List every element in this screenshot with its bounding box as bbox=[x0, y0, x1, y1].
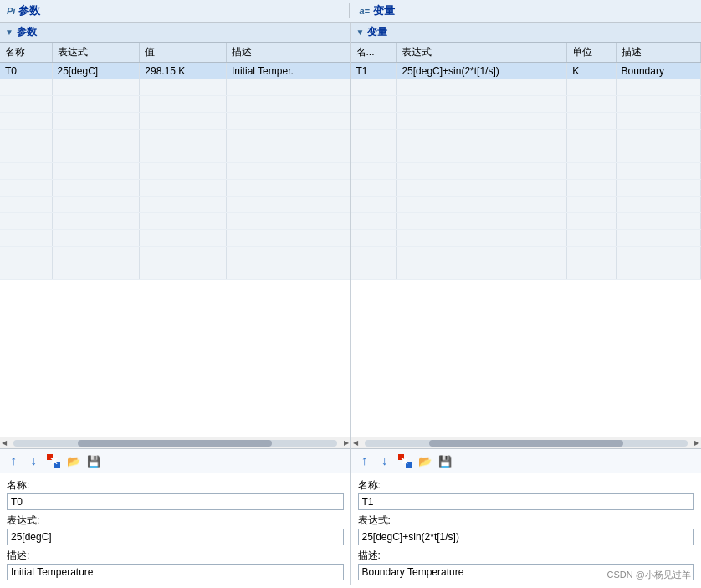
variables-delete-button[interactable]: ✕ bbox=[397, 453, 413, 469]
params-move-down-button[interactable]: ↓ bbox=[25, 453, 42, 469]
variables-empty-cell bbox=[616, 197, 700, 213]
variables-table-row-empty[interactable] bbox=[351, 230, 701, 247]
params-empty-cell bbox=[226, 180, 350, 197]
params-description-input[interactable] bbox=[7, 564, 344, 580]
params-empty-cell bbox=[52, 163, 140, 180]
variables-expression-input[interactable] bbox=[358, 529, 695, 545]
variables-table-row-empty[interactable] bbox=[351, 263, 701, 280]
variables-empty-cell bbox=[567, 96, 616, 113]
variables-empty-cell bbox=[351, 247, 397, 263]
params-table-row-empty[interactable] bbox=[0, 247, 350, 263]
params-name-input[interactable] bbox=[7, 493, 344, 510]
variables-empty-cell bbox=[351, 146, 397, 163]
params-table-row-empty[interactable] bbox=[0, 163, 350, 180]
params-empty-cell bbox=[52, 247, 140, 263]
params-delete-button[interactable]: ✕ bbox=[45, 453, 62, 469]
variables-empty-cell bbox=[616, 180, 700, 197]
params-section-header[interactable]: ▼ 参数 bbox=[0, 23, 350, 43]
variables-table-row-empty[interactable] bbox=[351, 180, 701, 197]
variables-table-row-empty[interactable] bbox=[351, 213, 701, 230]
params-scroll-right[interactable]: ▶ bbox=[344, 439, 349, 447]
variables-cell-description: Boundary bbox=[616, 63, 700, 79]
params-table-row-empty[interactable] bbox=[0, 79, 350, 96]
variables-empty-cell bbox=[567, 146, 616, 163]
params-table: 名称 表达式 值 描述 T025[degC]298.15 KInitial Te… bbox=[0, 43, 350, 280]
params-table-row-empty[interactable] bbox=[0, 197, 350, 213]
params-name-field-group: 名称: bbox=[7, 478, 344, 510]
params-empty-cell bbox=[226, 247, 350, 263]
variables-empty-cell bbox=[351, 96, 397, 113]
variables-empty-cell bbox=[567, 180, 616, 197]
params-move-up-button[interactable]: ↑ bbox=[5, 453, 22, 469]
params-table-row-empty[interactable] bbox=[0, 213, 350, 230]
params-expression-input[interactable] bbox=[7, 529, 344, 545]
variables-table-row-empty[interactable] bbox=[351, 79, 701, 96]
variables-empty-cell bbox=[616, 146, 700, 163]
variables-empty-cell bbox=[567, 247, 616, 263]
params-import-button[interactable]: 📂 bbox=[65, 453, 82, 469]
variables-empty-cell bbox=[397, 146, 567, 163]
variables-scroll-right[interactable]: ▶ bbox=[694, 439, 699, 447]
params-scrollbar-thumb[interactable] bbox=[78, 440, 272, 447]
params-table-row-empty[interactable] bbox=[0, 96, 350, 113]
variables-save-button[interactable]: 💾 bbox=[437, 453, 453, 469]
variables-table-row-empty[interactable] bbox=[351, 96, 701, 113]
params-col-description: 描述 bbox=[226, 43, 350, 63]
params-table-row-empty[interactable] bbox=[0, 130, 350, 146]
variables-scroll-left[interactable]: ◀ bbox=[353, 439, 358, 447]
params-save-button[interactable]: 💾 bbox=[85, 453, 102, 469]
variables-name-input[interactable] bbox=[358, 493, 695, 510]
variables-section-header[interactable]: ▼ 变量 bbox=[351, 23, 702, 43]
params-section-label: 参数 bbox=[17, 25, 37, 39]
variables-table-row-empty[interactable] bbox=[351, 146, 701, 163]
params-table-row[interactable]: T025[degC]298.15 KInitial Temper. bbox=[0, 63, 350, 79]
variables-table-container[interactable]: 名... 表达式 单位 描述 T125[degC]+sin(2*t[1/s])K… bbox=[351, 43, 702, 437]
variables-scrollbar-thumb[interactable] bbox=[429, 440, 623, 447]
params-table-row-empty[interactable] bbox=[0, 113, 350, 130]
variables-import-button[interactable]: 📂 bbox=[417, 453, 433, 469]
params-scroll-left[interactable]: ◀ bbox=[2, 439, 7, 447]
params-table-row-empty[interactable] bbox=[0, 263, 350, 280]
variables-down-icon: ↓ bbox=[381, 453, 388, 468]
params-empty-cell bbox=[0, 213, 52, 230]
params-empty-cell bbox=[226, 213, 350, 230]
params-name-label: 名称: bbox=[7, 478, 344, 493]
variables-scroll-area[interactable]: ◀ ▶ bbox=[351, 437, 702, 449]
params-empty-cell bbox=[140, 263, 227, 280]
params-empty-cell bbox=[226, 230, 350, 247]
params-empty-cell bbox=[52, 263, 140, 280]
variables-collapse-arrow[interactable]: ▼ bbox=[356, 28, 365, 37]
params-table-header-row: 名称 表达式 值 描述 bbox=[0, 43, 350, 63]
params-table-row-empty[interactable] bbox=[0, 230, 350, 247]
params-empty-cell bbox=[226, 130, 350, 146]
params-save-icon: 💾 bbox=[87, 455, 100, 468]
variables-empty-cell bbox=[567, 130, 616, 146]
variables-move-up-button[interactable]: ↑ bbox=[356, 453, 373, 469]
variables-table-row-empty[interactable] bbox=[351, 113, 701, 130]
variables-name-field-group: 名称: bbox=[358, 478, 695, 510]
variables-move-down-button[interactable]: ↓ bbox=[376, 453, 393, 469]
params-scroll-area[interactable]: ◀ ▶ bbox=[0, 437, 350, 449]
params-empty-cell bbox=[140, 146, 227, 163]
params-collapse-arrow[interactable]: ▼ bbox=[5, 28, 13, 37]
variables-table-row[interactable]: T125[degC]+sin(2*t[1/s])KBoundary bbox=[351, 63, 701, 79]
variables-cell-expression: 25[degC]+sin(2*t[1/s]) bbox=[397, 63, 567, 79]
variables-table-row-empty[interactable] bbox=[351, 130, 701, 146]
variables-table-row-empty[interactable] bbox=[351, 197, 701, 213]
params-empty-cell bbox=[0, 130, 52, 146]
variables-scrollbar-track[interactable] bbox=[365, 440, 688, 447]
params-scrollbar-track[interactable] bbox=[13, 440, 337, 447]
params-empty-cell bbox=[140, 163, 227, 180]
variables-table-row-empty[interactable] bbox=[351, 247, 701, 263]
params-empty-cell bbox=[140, 197, 227, 213]
variables-save-icon: 💾 bbox=[438, 455, 452, 468]
params-empty-cell bbox=[140, 230, 227, 247]
params-table-container[interactable]: 名称 表达式 值 描述 T025[degC]298.15 KInitial Te… bbox=[0, 43, 350, 437]
params-table-row-empty[interactable] bbox=[0, 146, 350, 163]
variables-empty-cell bbox=[616, 230, 700, 247]
variables-table-row-empty[interactable] bbox=[351, 163, 701, 180]
params-table-row-empty[interactable] bbox=[0, 180, 350, 197]
params-empty-cell bbox=[140, 130, 227, 146]
params-delete-icon: ✕ bbox=[47, 454, 60, 468]
variables-col-unit: 单位 bbox=[567, 43, 616, 63]
